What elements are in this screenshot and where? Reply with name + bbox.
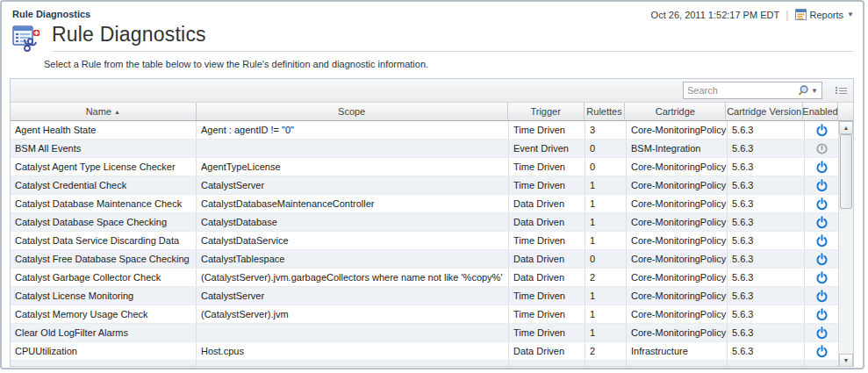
cell-trigger: Time Driven xyxy=(509,232,585,250)
table-row[interactable]: Catalyst Data Service Discarding DataCat… xyxy=(11,232,840,250)
cell-scope: Agent : agentID != "0" xyxy=(197,121,509,140)
cell-trigger: Time Driven xyxy=(509,158,585,176)
cell-cartridge: Core-MonitoringPolicy xyxy=(627,269,728,287)
table-row[interactable]: Catalyst Database Maintenance CheckCatal… xyxy=(11,195,840,213)
power-off-icon xyxy=(815,142,829,155)
search-button[interactable]: ▼ xyxy=(797,84,821,97)
divider: | xyxy=(786,8,788,21)
column-header-name[interactable]: Name ▲ xyxy=(11,103,197,120)
power-on-icon xyxy=(815,271,829,284)
column-header-cartridge[interactable]: Cartridge xyxy=(625,103,726,120)
table-row[interactable]: Agent Health StateAgent : agentID != "0"… xyxy=(11,121,840,140)
cell-enabled[interactable] xyxy=(805,121,840,140)
power-on-icon xyxy=(815,179,829,192)
cell-name: Clear Old LogFilter Alarms xyxy=(11,324,197,342)
cell-rulettes: 3 xyxy=(585,121,627,140)
table-row[interactable]: Catalyst Agent Type License CheckerAgent… xyxy=(11,158,840,176)
timestamp: Oct 26, 2011 1:52:17 PM EDT xyxy=(651,10,780,20)
cell-enabled[interactable] xyxy=(805,287,840,305)
cell-scope: CatalystTablespace xyxy=(197,250,509,269)
cell-trigger: Event Driven xyxy=(509,140,585,158)
cell-trigger: Data Driven xyxy=(509,269,585,287)
power-on-icon xyxy=(815,124,829,137)
cell-enabled[interactable] xyxy=(805,140,840,158)
table-toolbar: ▼ xyxy=(11,79,853,103)
breadcrumb[interactable]: Rule Diagnostics xyxy=(12,9,90,19)
cell-cartridge: Core-MonitoringPolicy xyxy=(627,287,728,305)
cell-version: 5.6.3 xyxy=(728,140,805,158)
cell-name: Catalyst Database Maintenance Check xyxy=(11,195,197,213)
cell-name: Catalyst Garbage Collector Check xyxy=(11,269,197,287)
table-row[interactable]: Catalyst Credential CheckCatalystServerT… xyxy=(11,176,840,195)
rules-table: ▼ Name ▲ Scope Trigger Rulettes xyxy=(10,78,854,367)
table-row[interactable]: Clear Old LogFilter AlarmsTime Driven1Co… xyxy=(11,324,840,342)
table-row[interactable]: CPUUtilizationHost.cpusData Driven2Infra… xyxy=(11,342,840,361)
cell-rulettes: 1 xyxy=(585,287,627,305)
table-row-partial[interactable] xyxy=(11,361,840,367)
cell-version: 5.6.3 xyxy=(728,324,805,342)
cell-enabled[interactable] xyxy=(805,305,840,324)
cell-scope: CatalystServer xyxy=(197,287,509,305)
cell-scope: (CatalystServer).jvm.garbageCollectors w… xyxy=(197,269,509,287)
cell-name: Agent Health State xyxy=(11,121,197,140)
vertical-scrollbar[interactable]: ▲ ▼ xyxy=(838,121,853,367)
cell-rulettes: 0 xyxy=(585,250,627,269)
cell-rulettes: 2 xyxy=(585,269,627,287)
table-row[interactable]: Catalyst Database Space CheckingCatalyst… xyxy=(11,213,840,232)
cell-name: Catalyst License Monitoring xyxy=(11,287,197,305)
cell-enabled[interactable] xyxy=(805,342,840,361)
table-header-row: Name ▲ Scope Trigger Rulettes Cartridge … xyxy=(11,103,853,121)
power-on-icon xyxy=(815,216,829,229)
cell-name: Catalyst Database Space Checking xyxy=(11,213,197,232)
column-customizer-icon[interactable] xyxy=(836,86,847,96)
table-row[interactable]: Catalyst Garbage Collector Check(Catalys… xyxy=(11,269,840,287)
scroll-up-icon[interactable]: ▲ xyxy=(839,121,853,134)
reports-menu[interactable]: Reports ▼ xyxy=(795,9,854,20)
column-header-trigger[interactable]: Trigger xyxy=(508,103,585,120)
cell-trigger: Time Driven xyxy=(509,287,585,305)
cell-name: Catalyst Memory Usage Check xyxy=(11,305,197,324)
scrollbar-thumb[interactable] xyxy=(840,134,852,209)
search-icon xyxy=(797,84,809,97)
power-on-icon xyxy=(815,161,829,174)
power-on-icon xyxy=(815,253,829,266)
cell-scope: CatalystDatabaseMaintenanceController xyxy=(197,195,509,213)
cell-scope xyxy=(197,324,509,342)
cell-rulettes: 1 xyxy=(585,232,627,250)
cell-enabled[interactable] xyxy=(805,195,840,213)
power-on-icon xyxy=(815,234,829,247)
cell-name: Catalyst Free Database Space Checking xyxy=(11,250,197,269)
table-row[interactable]: BSM All EventsEvent Driven0BSM-Integrati… xyxy=(11,140,840,158)
page-subtitle: Select a Rule from the table below to vi… xyxy=(44,59,428,69)
table-row[interactable]: Catalyst Memory Usage Check(CatalystServ… xyxy=(11,305,840,324)
cell-rulettes: 1 xyxy=(585,195,627,213)
cell-enabled[interactable] xyxy=(805,269,840,287)
table-row[interactable]: Catalyst Free Database Space CheckingCat… xyxy=(11,250,840,269)
cell-enabled[interactable] xyxy=(805,213,840,232)
table-row[interactable]: Catalyst License MonitoringCatalystServe… xyxy=(11,287,840,305)
cell-version: 5.6.3 xyxy=(728,269,805,287)
cell-rulettes: 0 xyxy=(585,158,627,176)
cell-cartridge: Core-MonitoringPolicy xyxy=(627,232,728,250)
cell-enabled[interactable] xyxy=(805,158,840,176)
cell-cartridge: Infrastructure xyxy=(627,342,728,361)
cell-scope: CatalystDatabase xyxy=(197,213,509,232)
search-options-chevron-icon[interactable]: ▼ xyxy=(811,87,818,95)
cell-version: 5.6.3 xyxy=(728,195,805,213)
cell-enabled[interactable] xyxy=(805,324,840,342)
column-header-rulettes[interactable]: Rulettes xyxy=(585,103,626,120)
cell-enabled[interactable] xyxy=(805,232,840,250)
column-header-cartridge-version[interactable]: Cartridge Version xyxy=(726,103,803,120)
cell-cartridge: Core-MonitoringPolicy xyxy=(627,121,728,140)
column-header-enabled[interactable]: Enabled xyxy=(803,103,838,120)
cell-enabled[interactable] xyxy=(805,176,840,195)
table-body: Agent Health StateAgent : agentID != "0"… xyxy=(11,121,840,367)
cell-enabled[interactable] xyxy=(805,250,840,269)
column-header-scope[interactable]: Scope xyxy=(197,103,508,120)
cell-trigger: Time Driven xyxy=(509,324,585,342)
search-input[interactable] xyxy=(684,85,797,96)
cell-version: 5.6.3 xyxy=(728,287,805,305)
page-title: Rule Diagnostics xyxy=(52,23,206,47)
top-right-bar: Oct 26, 2011 1:52:17 PM EDT | Reports ▼ xyxy=(651,8,854,21)
scroll-down-icon[interactable]: ▼ xyxy=(839,354,853,367)
